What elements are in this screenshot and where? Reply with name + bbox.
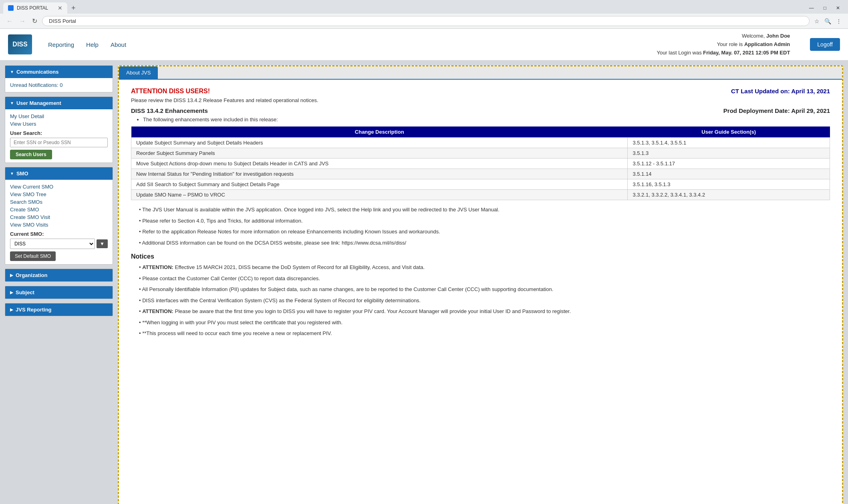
notice-item: ATTENTION: Please be aware that the firs… [139,307,830,315]
role-label: Your role is [717,41,743,47]
sidebar-subject: ▶ Subject [5,286,113,299]
create-smo-link[interactable]: Create SMO [10,206,108,213]
notices-heading: Notices [131,253,830,260]
notice-item: **When logging in with your PIV you must… [139,319,830,327]
table-row: Move Subject Actions drop-down menu to S… [131,159,628,169]
attention-heading: ATTENTION DISS USERS! [131,88,210,94]
table-row: 3.5.1.14 [628,169,830,179]
my-user-detail-link[interactable]: My User Detail [10,112,108,120]
communications-body: Unread Notifications: 0 [5,78,113,92]
notice-item: DISS interfaces with the Central Verific… [139,297,830,305]
forward-button[interactable]: → [18,17,27,26]
communications-header[interactable]: ▼ Communications [5,66,113,78]
sidebar: ▼ Communications Unread Notifications: 0… [5,65,113,504]
browser-chrome: DISS PORTAL ✕ + — □ ✕ ← → ↻ ☆ 🔍 ⋮ [0,0,848,29]
attention-row: ATTENTION DISS USERS! CT Last Updated on… [131,88,830,95]
sidebar-smo: ▼ SMO View Current SMO View SMO Tree Sea… [5,167,113,265]
content-body: ATTENTION DISS USERS! CT Last Updated on… [119,80,842,349]
nav-help[interactable]: Help [86,41,99,48]
subject-title: Subject [16,289,34,295]
app-header: DISS Reporting Help About Welcome, John … [0,29,848,60]
intro-text: Please review the DISS 13.4.2 Release Fe… [131,97,830,103]
zoom-icon[interactable]: 🔍 [823,17,833,25]
bullet-intro-item: The following enhancements were included… [143,116,830,122]
smo-body: View Current SMO View SMO Tree Search SM… [5,180,113,264]
table-col2-header: User Guide Section(s) [628,127,830,138]
back-button[interactable]: ← [5,17,14,26]
organization-title: Organization [16,272,47,278]
smo-select[interactable]: DISS [10,239,95,249]
search-smos-link[interactable]: Search SMOs [10,198,108,206]
user-management-header[interactable]: ▼ User Management [5,97,113,109]
sidebar-user-management: ▼ User Management My User Detail View Us… [5,96,113,163]
unread-notifications-link[interactable]: Unread Notifications: 0 [10,81,108,89]
smo-header[interactable]: ▼ SMO [5,167,113,180]
logo-area: DISS [8,34,32,54]
user-search-label: User Search: [10,130,108,136]
smo-dropdown-wrap: DISS ▼ [10,239,108,249]
tab-bar: DISS PORTAL ✕ + — □ ✕ [0,0,848,14]
smo-dropdown-arrow-btn[interactable]: ▼ [97,239,108,248]
current-smo-label: Current SMO: [10,231,108,237]
notice-item: All Personally Identifiable Information … [139,285,830,293]
smo-arrow: ▼ [10,171,14,176]
table-row: Add SII Search to Subject Summary and Su… [131,179,628,190]
table-row: Update Subject Summary and Subject Detai… [131,138,628,148]
user-management-arrow: ▼ [10,101,14,105]
login-label: Your last Login was [657,50,701,56]
user-role: Application Admin [744,41,790,47]
diss-logo: DISS [8,34,32,54]
url-input[interactable] [42,16,810,26]
organization-header[interactable]: ▶ Organization [5,269,113,281]
refresh-button[interactable]: ↻ [30,16,39,26]
set-default-smo-button[interactable]: Set Default SMO [10,251,56,261]
table-row: 3.3.2.1, 3.3.2.2, 3.3.4.1, 3.3.4.2 [628,190,830,200]
bullet-item: Refer to the application Release Notes f… [139,228,830,236]
view-current-smo-link[interactable]: View Current SMO [10,183,108,191]
table-row: New Internal Status for "Pending Initiat… [131,169,628,179]
bullet-item: Please refer to Section 4.0, Tips and Tr… [139,217,830,225]
table-row: Reorder Subject Summary Panels [131,148,628,159]
new-tab-button[interactable]: + [69,3,78,13]
maximize-button[interactable]: □ [819,4,831,12]
prod-date: Prod Deployment Date: April 29, 2021 [723,107,830,114]
nav-reporting[interactable]: Reporting [48,41,74,48]
user-name: John Doe [766,33,790,39]
bookmark-icon[interactable]: ☆ [813,17,821,25]
active-tab[interactable]: DISS PORTAL ✕ [3,2,67,14]
close-window-button[interactable]: ✕ [831,4,845,12]
user-management-body: My User Detail View Users User Search: S… [5,109,113,163]
address-bar-actions: ☆ 🔍 ⋮ [813,17,843,25]
notice-item: ATTENTION: Effective 15 MARCH 2021, DISS… [139,263,830,271]
view-users-link[interactable]: View Users [10,120,108,128]
table-row: Update SMO Name – PSMO to VROC [131,190,628,200]
communications-title: Communications [16,69,58,75]
user-search-input[interactable] [10,138,108,147]
logoff-button[interactable]: Logoff [810,38,840,51]
about-jvs-tab[interactable]: About JVS [119,66,158,79]
subject-header[interactable]: ▶ Subject [5,286,113,299]
tab-favicon [8,5,14,11]
enhancements-table: Change Description User Guide Section(s)… [131,127,830,200]
organization-arrow: ▶ [10,273,13,277]
view-smo-visits-link[interactable]: View SMO Visits [10,221,108,229]
jvs-reporting-title: JVS Reporting [16,307,52,313]
tab-title: DISS PORTAL [17,5,48,11]
create-smo-visit-link[interactable]: Create SMO Visit [10,213,108,221]
last-login: Friday, May. 07, 2021 12:05 PM EDT [703,50,790,56]
search-users-button[interactable]: Search Users [10,150,52,159]
minimize-button[interactable]: — [804,4,819,12]
user-management-title: User Management [16,100,61,106]
table-col1-header: Change Description [131,127,628,138]
jvs-reporting-header[interactable]: ▶ JVS Reporting [5,303,113,316]
sidebar-jvs-reporting: ▶ JVS Reporting [5,303,113,316]
main-layout: ▼ Communications Unread Notifications: 0… [0,60,848,504]
browser-menu-icon[interactable]: ⋮ [834,17,843,25]
tab-close-btn[interactable]: ✕ [58,5,62,11]
nav-about[interactable]: About [111,41,126,48]
view-smo-tree-link[interactable]: View SMO Tree [10,191,108,198]
ct-last-updated: CT Last Updated on: April 13, 2021 [731,88,830,94]
window-controls: — □ ✕ [804,4,845,12]
table-row: 3.5.1.3, 3.5.1.4, 3.5.5.1 [628,138,830,148]
main-nav: Reporting Help About [48,41,126,48]
